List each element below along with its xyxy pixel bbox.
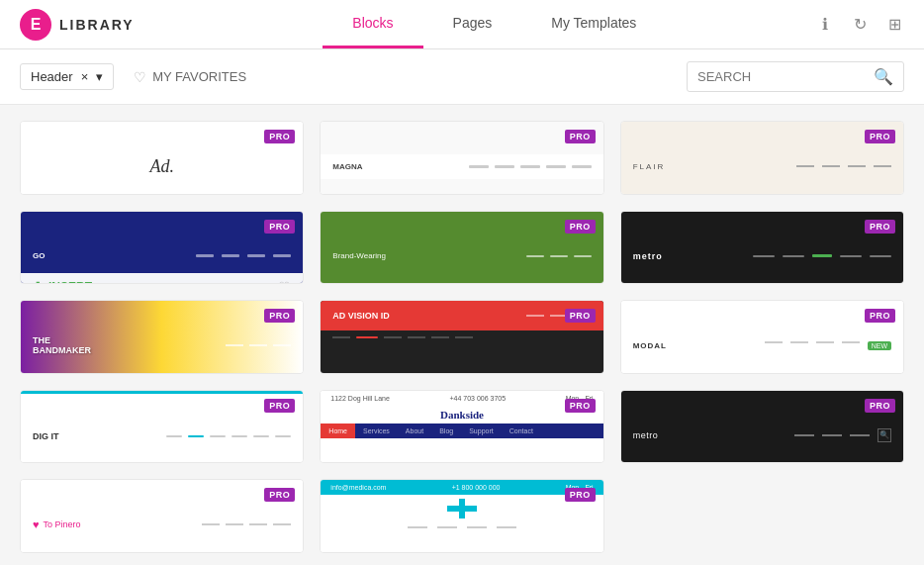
light-nav-preview: MAGNA [321,154,602,179]
template-card-8[interactable]: AD VISION ID PRO [320,300,603,374]
svg-rect-1 [447,506,477,512]
pink-nav [202,523,291,525]
template-card-13[interactable]: ♥ To Pinero PRO [20,479,304,553]
pink-heart-preview: ♥ To Pinero [21,480,303,553]
template-card-6[interactable]: metro PRO [620,211,904,285]
heart-icon: ♡ [134,69,146,85]
dankside-nav-1: Services [355,424,398,438]
pro-badge-13: PRO [264,488,295,502]
dark-blue-logo: GO [33,251,45,260]
filter-select[interactable]: Header × ▾ [20,63,114,90]
logo-area: E LIBRARY [20,9,135,41]
pro-badge-3: PRO [865,130,895,143]
black-nav-2 [783,255,804,257]
template-card-4[interactable]: GO ⬇ INSERT ♡ PRO [20,211,304,285]
medica-info-1: info@medica.com [330,484,386,491]
template-preview-4: GO ⬇ INSERT ♡ [21,212,303,285]
pro-badge-1: PRO [264,130,295,143]
green-logo: Brand-Wearing [332,251,386,260]
medica-nav-4 [497,526,516,528]
header-icons: ℹ ↻ ⊞ [815,15,904,35]
template-card-9[interactable]: MODAL NEW PRO [620,300,904,374]
template-card-10[interactable]: DIG IT PRO [20,390,304,464]
template-card-1[interactable]: Ad. PRO [20,121,304,195]
grid-icon[interactable]: ⊞ [884,15,904,35]
digit-nav-5 [275,435,291,437]
red-bottom-bar [321,330,602,344]
nav-dot-2 [495,165,514,168]
template-card-12[interactable]: metro 🔍 PRO [620,390,904,464]
green-preview: Brand-Wearing [321,212,602,285]
template-card-3[interactable]: FLAIR PRO [620,121,904,195]
template-card-14[interactable]: info@medica.com +1 800 000 000 Mon - Fri [320,479,603,553]
tab-blocks[interactable]: Blocks [323,0,422,48]
template-card-5[interactable]: Brand-Wearing PRO [320,211,603,285]
heart-logo-icon: ♥ [33,518,40,530]
template-grid: Ad. PRO MAGNA PRO [0,105,924,565]
dankside-nav-3: Blog [431,424,461,438]
tab-pages[interactable]: Pages [423,0,522,48]
modal-nav-3 [816,341,834,343]
red-dark-preview: AD VISION ID [321,301,602,374]
beige-nav-2 [822,165,840,167]
dankside-preview: 1122 Dog Hill Lane +44 703 006 3705 Mon … [321,391,602,464]
dankside-address: 1122 Dog Hill Lane [330,395,390,402]
favorites-button[interactable]: ♡ MY FAVORITES [134,69,246,85]
beige-nav-1 [796,165,814,167]
red-bottom-3 [408,336,425,338]
pro-badge-14: PRO [565,488,596,502]
colorful-preview: THEBANDMAKER [21,301,303,374]
template-preview-11: 1122 Dog Hill Lane +44 703 006 3705 Mon … [321,391,602,464]
template-preview-9: MODAL NEW [621,301,903,374]
metro-sm-preview: metro 🔍 [621,391,903,464]
dankside-nav-home: Home [321,424,355,438]
green-nav-3 [574,255,592,257]
black-nav-1 [753,255,775,257]
template-preview-14: info@medica.com +1 800 000 000 Mon - Fri [321,480,602,553]
logo-text: LIBRARY [59,17,135,33]
ad-text: Ad. [149,156,174,177]
search-input[interactable] [697,69,874,84]
pro-badge-12: PRO [865,399,895,413]
filter-clear-icon[interactable]: × [81,69,89,84]
black-metro-preview: metro [621,212,903,285]
info-icon[interactable]: ℹ [815,15,835,35]
metro-sm-logo: metro [633,430,659,440]
pro-badge-2: PRO [565,130,596,143]
digit-nav-3 [231,435,247,437]
dankside-logo-area: Dankside [321,406,602,424]
template-card-11[interactable]: 1122 Dog Hill Lane +44 703 006 3705 Mon … [320,390,603,464]
refresh-icon[interactable]: ↻ [850,15,870,35]
colorful-nav [226,344,291,346]
light-nav-items [469,165,592,168]
digit-nav-accent [188,435,204,437]
colorful-nav-1 [226,344,243,346]
search-area[interactable]: 🔍 [687,61,904,92]
pro-badge-6: PRO [865,220,895,234]
nav-dot-1 [469,165,489,168]
red-bottom-accent [356,336,378,338]
search-icon[interactable]: 🔍 [874,67,893,86]
dankside-nav: Home Services About Blog Support Contact [321,424,602,438]
medica-top: info@medica.com +1 800 000 000 Mon - Fri [321,480,602,495]
template-card-2[interactable]: MAGNA PRO [320,121,603,195]
template-card-7[interactable]: THEBANDMAKER PRO [20,300,304,374]
modal-badge: NEW [868,341,891,350]
beige-nav [796,165,891,167]
template-preview-12: metro 🔍 [621,391,903,464]
pro-badge-9: PRO [865,309,895,323]
template-preview-1: Ad. [21,122,303,195]
medica-nav-2 [437,526,457,528]
metro-sm-icon: 🔍 [878,428,891,442]
insert-heart-icon[interactable]: ♡ [278,279,291,285]
metro-sm-n1 [794,434,814,436]
medica-logo-svg [447,499,477,518]
nav-dot-3 [520,165,540,168]
metro-sm-n3 [850,434,870,436]
beige-nav-4 [874,165,891,167]
template-preview-5: Brand-Wearing [321,212,602,285]
black-nav-accent [812,254,832,257]
insert-button[interactable]: ⬇ INSERT [33,280,92,285]
tab-my-templates[interactable]: My Templates [521,0,666,48]
pro-badge-5: PRO [565,220,596,234]
